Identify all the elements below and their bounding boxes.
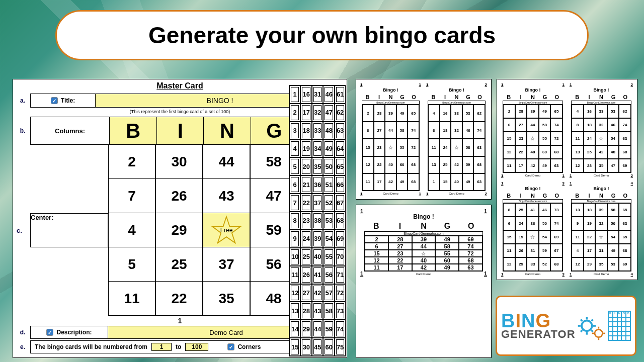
label-d: d. (15, 326, 30, 339)
columns-label: Columns: (30, 117, 110, 145)
gear-icon-small (592, 326, 606, 341)
cell: 2 (108, 145, 155, 179)
svg-point-10 (595, 329, 602, 337)
logo-line1: BING (501, 312, 576, 329)
svg-rect-6 (580, 319, 583, 322)
title-label: Title: (61, 97, 75, 104)
corners-checkbox[interactable]: ✓ (227, 343, 234, 350)
free-cell[interactable]: Free (203, 213, 250, 247)
preview-two-up: 1111Bingo !BINGOBingoCardGenerator.com22… (356, 79, 492, 200)
col-B[interactable]: B (110, 117, 156, 144)
label-c: c. (17, 227, 22, 234)
col-I[interactable]: I (156, 117, 203, 144)
svg-rect-13 (592, 333, 594, 334)
svg-point-1 (582, 321, 592, 331)
reference-card: 1163146612173247623183348634193449645203… (289, 85, 346, 356)
banner: Generate your own bingo cards (55, 10, 589, 60)
num-to-input[interactable]: 100 (185, 343, 208, 351)
num-from-input[interactable]: 1 (151, 343, 172, 351)
preview-single: 1111Bingo !BINGOBingoCardGenerator.com22… (356, 205, 492, 358)
logo: BING GENERATOR BINGO (496, 296, 636, 356)
corners-label: Corners (237, 343, 261, 350)
col-N[interactable]: N (203, 117, 250, 144)
title-checkbox[interactable]: ✓ (51, 97, 58, 104)
svg-rect-11 (598, 327, 600, 329)
svg-rect-3 (586, 332, 588, 335)
to-label: to (176, 343, 181, 350)
title-label-box: ✓ Title: (30, 94, 96, 108)
svg-rect-14 (603, 333, 605, 334)
num-prefix: The bingo cards will be numbered from (35, 343, 147, 350)
desc-label-box: ✓ Description: (30, 326, 108, 339)
svg-rect-4 (578, 325, 580, 327)
banner-title: Generate your own bingo cards (148, 22, 496, 49)
svg-rect-2 (586, 317, 588, 319)
logo-line2: GENERATOR (501, 329, 576, 339)
center-label: Center: (31, 214, 54, 221)
preview-four-up: 1111Bingo !BINGOBingoCardGenerator.com22… (497, 79, 637, 280)
svg-rect-8 (591, 319, 594, 322)
label-e: e. (15, 340, 30, 353)
label-b: b. (15, 117, 30, 145)
logo-minicard-icon: BINGO (608, 311, 631, 341)
svg-rect-12 (598, 338, 600, 340)
label-a: a. (15, 94, 30, 108)
desc-checkbox[interactable]: ✓ (46, 329, 53, 336)
desc-label: Description: (56, 329, 92, 336)
